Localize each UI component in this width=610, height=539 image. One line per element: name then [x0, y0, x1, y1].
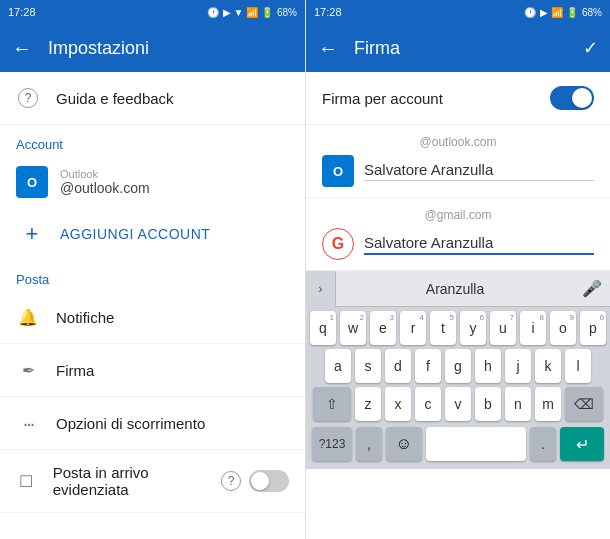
battery-pct: 68% — [277, 7, 297, 18]
outlook-sig-icon: O — [322, 155, 354, 187]
key-u[interactable]: 7u — [490, 311, 516, 345]
help-feedback-item[interactable]: ? Guida e feedback — [0, 72, 305, 125]
key-e[interactable]: 3e — [370, 311, 396, 345]
key-o[interactable]: 9o — [550, 311, 576, 345]
right-panel: 17:28 🕐 ▶ 📶 🔋 68% ← Firma ✓ Firma per ac… — [305, 0, 610, 539]
opzioni-icon: ··· — [16, 411, 40, 435]
num-switch-key[interactable]: ?123 — [312, 427, 352, 461]
left-top-bar: ← Impostazioni — [0, 24, 305, 72]
firma-label: Firma — [56, 362, 94, 379]
gmail-sig-email: @gmail.com — [322, 208, 594, 222]
gmail-sig-row: G — [322, 228, 594, 260]
signal-icons: ▶ ▼ 📶 🔋 — [223, 7, 273, 18]
keyboard-suggestion-row: › Aranzulla 🎤 — [306, 271, 610, 307]
posta-help-icon[interactable]: ? — [221, 471, 241, 491]
right-alarm-icon: 🕐 — [524, 7, 536, 18]
keyboard-suggestion-text[interactable]: Aranzulla — [336, 281, 574, 297]
backspace-key[interactable]: ⌫ — [565, 387, 603, 421]
account-info: Outlook @outlook.com — [60, 168, 150, 196]
opzioni-label: Opzioni di scorrimento — [56, 415, 205, 432]
firma-title: Firma — [354, 38, 400, 59]
key-d[interactable]: d — [385, 349, 411, 383]
outlook-sig-item: @outlook.com O — [306, 125, 610, 198]
keyboard-chevron[interactable]: › — [306, 271, 336, 307]
comma-key[interactable]: , — [356, 427, 382, 461]
add-account-label: AGGIUNGI ACCOUNT — [60, 226, 210, 242]
confirm-button[interactable]: ✓ — [583, 37, 598, 59]
help-feedback-label: Guida e feedback — [56, 90, 174, 107]
key-w[interactable]: 2w — [340, 311, 366, 345]
posta-evidenziata-item[interactable]: ☐ Posta in arrivo evidenziata ? — [0, 450, 305, 513]
back-button-left[interactable]: ← — [12, 37, 32, 60]
shift-key[interactable]: ⇧ — [313, 387, 351, 421]
right-signal: ▶ 📶 🔋 — [540, 7, 578, 18]
posta-section-label: Posta — [0, 260, 305, 291]
firma-per-account-row: Firma per account — [306, 72, 610, 125]
outlook-sig-email: @outlook.com — [322, 135, 594, 149]
space-key[interactable] — [426, 427, 526, 461]
key-g[interactable]: g — [445, 349, 471, 383]
keyboard-bottom-row: ?123 , ☺ . ↵ — [308, 425, 608, 465]
gmail-sig-input[interactable] — [364, 234, 594, 255]
add-account-item[interactable]: + AGGIUNGI ACCOUNT — [0, 208, 305, 260]
outlook-account-item[interactable]: O Outlook @outlook.com — [0, 156, 305, 208]
posta-evidenziata-icon: ☐ — [16, 469, 37, 493]
keyboard-mic[interactable]: 🎤 — [574, 271, 610, 307]
help-icon: ? — [16, 86, 40, 110]
keyboard: › Aranzulla 🎤 1q 2w 3e 4r 5t 6y 7u 8i 9o… — [306, 271, 610, 469]
key-c[interactable]: c — [415, 387, 441, 421]
firma-toggle[interactable] — [550, 86, 594, 110]
key-i[interactable]: 8i — [520, 311, 546, 345]
firma-per-account-label: Firma per account — [322, 90, 443, 107]
key-z[interactable]: z — [355, 387, 381, 421]
gmail-sig-item: @gmail.com G — [306, 198, 610, 271]
outlook-sig-input[interactable] — [364, 161, 594, 181]
key-h[interactable]: h — [475, 349, 501, 383]
emoji-key[interactable]: ☺ — [386, 427, 422, 461]
firma-content: Firma per account @outlook.com O @gmail.… — [306, 72, 610, 539]
google-sig-icon: G — [322, 228, 354, 260]
back-button-right[interactable]: ← — [318, 37, 338, 60]
keyboard-row-1: 1q 2w 3e 4r 5t 6y 7u 8i 9o 0p — [308, 311, 608, 345]
notifiche-icon: 🔔 — [16, 305, 40, 329]
notifiche-label: Notifiche — [56, 309, 114, 326]
key-s[interactable]: s — [355, 349, 381, 383]
settings-content: ? Guida e feedback Account O Outlook @ou… — [0, 72, 305, 539]
account-email: @outlook.com — [60, 180, 150, 196]
notifiche-item[interactable]: 🔔 Notifiche — [0, 291, 305, 344]
right-status-bar: 17:28 🕐 ▶ 📶 🔋 68% — [306, 0, 610, 24]
opzioni-item[interactable]: ··· Opzioni di scorrimento — [0, 397, 305, 450]
keyboard-row-2: a s d f g h j k l — [308, 349, 608, 383]
settings-title: Impostazioni — [48, 38, 149, 59]
outlook-icon: O — [16, 166, 48, 198]
enter-key[interactable]: ↵ — [560, 427, 604, 461]
key-r[interactable]: 4r — [400, 311, 426, 345]
outlook-sig-row: O — [322, 155, 594, 187]
key-n[interactable]: n — [505, 387, 531, 421]
key-v[interactable]: v — [445, 387, 471, 421]
left-status-time: 17:28 — [8, 6, 36, 18]
key-l[interactable]: l — [565, 349, 591, 383]
key-t[interactable]: 5t — [430, 311, 456, 345]
add-icon: + — [16, 218, 48, 250]
alarm-icon: 🕐 — [207, 7, 219, 18]
account-provider: Outlook — [60, 168, 150, 180]
firma-item[interactable]: ✒ Firma — [0, 344, 305, 397]
key-a[interactable]: a — [325, 349, 351, 383]
period-key[interactable]: . — [530, 427, 556, 461]
key-y[interactable]: 6y — [460, 311, 486, 345]
key-f[interactable]: f — [415, 349, 441, 383]
left-panel: 17:28 🕐 ▶ ▼ 📶 🔋 68% ← Impostazioni ? Gui… — [0, 0, 305, 539]
posta-evidenziata-label: Posta in arrivo evidenziata — [53, 464, 205, 498]
key-k[interactable]: k — [535, 349, 561, 383]
right-top-bar-left: ← Firma — [318, 37, 400, 60]
left-status-bar: 17:28 🕐 ▶ ▼ 📶 🔋 68% — [0, 0, 305, 24]
key-m[interactable]: m — [535, 387, 561, 421]
key-q[interactable]: 1q — [310, 311, 336, 345]
key-b[interactable]: b — [475, 387, 501, 421]
key-p[interactable]: 0p — [580, 311, 606, 345]
key-j[interactable]: j — [505, 349, 531, 383]
key-x[interactable]: x — [385, 387, 411, 421]
posta-toggle[interactable] — [249, 470, 289, 492]
firma-icon: ✒ — [16, 358, 40, 382]
